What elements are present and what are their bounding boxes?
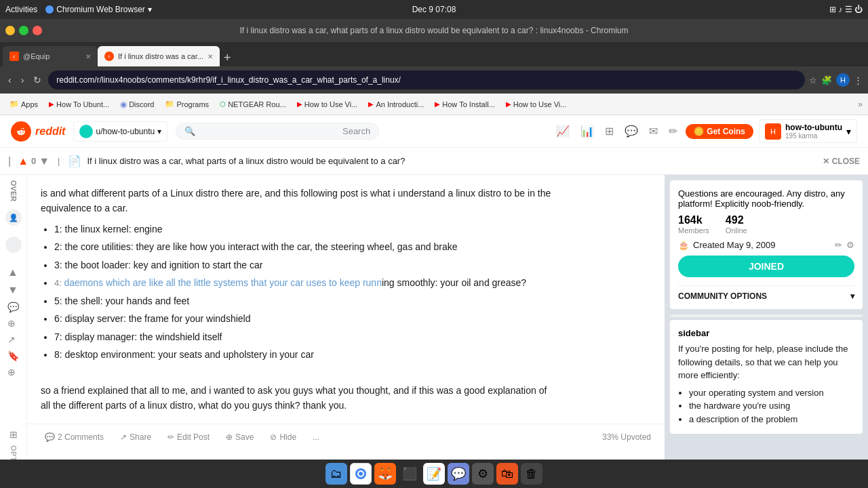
get-coins-button[interactable]: 🪙 Get Coins (686, 124, 753, 139)
apps-folder-icon: 📁 (9, 100, 19, 108)
addressbar-icons: ☆ 🧩 H ⋮ (809, 73, 863, 87)
panel-icon-6[interactable]: ↗ (7, 334, 19, 345)
trending-icon[interactable]: 📈 (553, 122, 572, 140)
pipe-divider: | (58, 156, 60, 166)
panel-icon-5[interactable]: ⊕ (7, 318, 19, 329)
comments-action[interactable]: 💬 2 Comments (41, 430, 108, 445)
tab-label-1: @Equip (23, 52, 50, 60)
reload-button[interactable]: ↻ (31, 72, 44, 88)
bookmark-apps[interactable]: 📁 Apps (5, 98, 42, 110)
address-bar[interactable] (48, 70, 805, 89)
list-item-5: 5: the shell: your hands and feet (54, 293, 556, 308)
tab-close-1[interactable]: ✕ (85, 53, 91, 60)
taskbar-text-editor-icon[interactable]: 📝 (423, 463, 445, 485)
bookmark-install[interactable]: ▶ How To Install... (431, 99, 498, 110)
bookmark-programs[interactable]: 📁 Programs (161, 98, 213, 110)
community-card: Questions are encouraged. Any distro, an… (670, 180, 863, 309)
share-action[interactable]: ↗ Share (116, 430, 155, 445)
tab-linux[interactable]: r If i linux distro was a car... ✕ (98, 46, 220, 66)
sidebar-item-1: your operating system and version (689, 386, 854, 400)
taskbar-discord-icon[interactable]: 💬 (448, 463, 469, 485)
pencil-icon[interactable]: ✏ (666, 122, 680, 140)
subreddit-selector[interactable]: u/how-to-ubuntu ▾ (73, 121, 167, 142)
more-button[interactable]: ⋮ (854, 75, 863, 85)
panel-icon-7[interactable]: 🔖 (7, 350, 19, 361)
tab-equip[interactable]: r @Equip ✕ (3, 46, 98, 66)
mail-icon[interactable]: ✉ (646, 122, 660, 140)
panel-icon-8[interactable]: ⊕ (7, 367, 19, 378)
profile-icon[interactable]: H (836, 73, 850, 87)
user-info[interactable]: H how-to-ubuntu 195 karma ▾ (759, 119, 857, 143)
settings-community-icon[interactable]: ⚙ (846, 240, 854, 250)
edit-community-icon[interactable]: ✏ (835, 240, 842, 250)
tab-favicon-2: r (104, 52, 114, 61)
comments-icon: 💬 (45, 432, 55, 442)
joined-button[interactable]: JOINED (678, 256, 854, 277)
extensions-icon[interactable]: 🧩 (821, 75, 832, 85)
chat-icon[interactable]: 💬 (622, 122, 641, 140)
panel-avatar-1[interactable]: 👤 (5, 209, 22, 226)
new-tab-button[interactable]: + (220, 51, 235, 65)
reddit-logo[interactable]: reddit (11, 121, 65, 142)
activities-button[interactable]: Activities (5, 5, 37, 14)
bookmarks-more-icon[interactable]: » (858, 100, 863, 109)
bookmark-discord[interactable]: ◉ Discord (116, 98, 158, 110)
panel-icon-2[interactable]: ▲ (7, 266, 19, 279)
bookmark-star-icon[interactable]: ☆ (809, 75, 817, 85)
close-window-button[interactable]: ✕ (33, 26, 42, 35)
share-icon: ↗ (120, 432, 127, 442)
bookmark-intro[interactable]: ▶ An Introducti... (364, 99, 428, 110)
taskbar-firefox-icon[interactable]: 🦊 (374, 463, 396, 485)
coins-icon: 🪙 (694, 127, 704, 136)
save-action[interactable]: ⊕ Save (222, 430, 258, 445)
bookmark-netgear[interactable]: ⬡ NETGEAR Rou... (216, 99, 290, 110)
taskbar-trash-icon[interactable]: 🗑 (521, 463, 542, 485)
grid-icon[interactable]: ⊞ (602, 122, 616, 140)
search-box[interactable]: 🔍 Search (176, 123, 379, 140)
chart-icon[interactable]: 📊 (578, 122, 597, 140)
panel-bottom-icon-1[interactable]: ⊞ (9, 429, 18, 440)
members-count: 164k (678, 214, 709, 226)
upvote-button[interactable]: ▲ (18, 155, 28, 167)
nav-actions: 📈 📊 ⊞ 💬 ✉ ✏ 🪙 Get Coins H how-to-ubuntu … (553, 119, 857, 143)
bookmark-vi-2[interactable]: ▶ How to Use Vi... (502, 99, 571, 110)
taskbar-terminal-icon[interactable]: ⬛ (399, 463, 420, 485)
community-options-bar[interactable]: COMMUNITY OPTIONS ▾ (678, 285, 854, 301)
edit-action[interactable]: ✏ Edit Post (163, 430, 214, 445)
back-button[interactable]: ‹ (5, 72, 14, 88)
panel-icon-3[interactable]: ▼ (7, 284, 19, 296)
reddit-nav: reddit u/how-to-ubuntu ▾ 🔍 Search 📈 📊 ⊞ … (0, 115, 868, 148)
panel-icon-4[interactable]: 💬 (7, 302, 19, 312)
os-topbar: Activities Chromium Web Browser ▾ Dec 9 … (0, 0, 868, 19)
downvote-button[interactable]: ▼ (39, 155, 50, 167)
community-stats: 164k Members 492 Online (678, 214, 854, 235)
browser-tabs: r @Equip ✕ r If i linux distro was a car… (0, 42, 868, 66)
vote-section: ▲ 0 ▼ (18, 155, 50, 167)
close-post-button[interactable]: ✕ CLOSE (823, 157, 860, 166)
taskbar-store-icon[interactable]: 🛍 (496, 463, 518, 485)
os-topbar-right: ⊞ ♪ ☰ ⏻ (829, 5, 863, 14)
browser-addressbar: ‹ › ↻ ☆ 🧩 H ⋮ (0, 66, 868, 94)
minimize-button[interactable]: ─ (5, 26, 15, 35)
daemon-link[interactable]: daemons which are like all the little sy… (64, 277, 381, 288)
taskbar-chromium-icon[interactable] (350, 463, 372, 485)
forward-button[interactable]: › (18, 72, 27, 88)
youtube-icon-5: ▶ (506, 100, 511, 108)
tab-close-2[interactable]: ✕ (208, 53, 213, 60)
address-input[interactable] (56, 75, 797, 85)
bookmark-vi-1[interactable]: ▶ How to Use Vi... (293, 99, 362, 110)
bookmark-how-to-ubuntu[interactable]: ▶ How To Ubunt... (45, 99, 113, 110)
svg-point-3 (359, 472, 363, 476)
sidebar-info-card: sidebar If you're posting for help, plea… (670, 320, 863, 434)
panel-icons: ▲ ▼ 💬 ⊕ ↗ 🔖 ⊕ (7, 266, 19, 378)
taskbar-files-icon[interactable]: 🗂 (326, 463, 347, 485)
search-input[interactable] (199, 126, 338, 136)
more-action[interactable]: ... (309, 430, 323, 445)
save-icon: ⊕ (226, 432, 233, 442)
hide-action[interactable]: ⊘ Hide (266, 430, 300, 445)
taskbar-settings-icon[interactable]: ⚙ (472, 463, 494, 485)
list-item-7: 7: display manager: the windshield itsel… (54, 329, 556, 344)
panel-icon-1[interactable]: OVER (9, 180, 18, 201)
maximize-button[interactable]: □ (19, 26, 28, 35)
subreddit-avatar (79, 125, 93, 138)
